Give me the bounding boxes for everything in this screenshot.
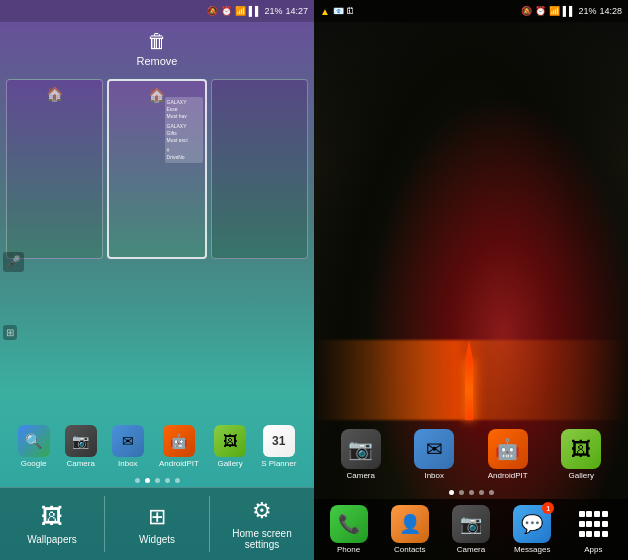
inbox-label: Inbox [118,459,138,468]
messages-badge: 1 [542,502,554,514]
google-icon: 🔍 [18,425,50,457]
apps-icon [574,505,612,543]
home-screen-thumb-1[interactable]: 🏠 [6,79,103,259]
right-alarm-icon: ⏰ [535,6,546,16]
remove-label: Remove [137,55,178,67]
battery-text: 21% [264,6,282,16]
splanner-label: S Planner [261,459,296,468]
right-signal-icons: 📧 🗓 [333,6,356,16]
home-screen-settings-label: Home screen settings [214,528,310,550]
dot-1[interactable] [135,478,140,483]
thumb-widget-area: GALAXYEsseMust hav GALAXYGiftsMust exci … [165,97,203,163]
left-app-androidpit[interactable]: 🤖 AndroidPIT [159,425,199,468]
dot-3[interactable] [155,478,160,483]
right-mute-icon: 🔕 [521,6,532,16]
dock-camera[interactable]: 📷 Camera [452,505,490,554]
right-app-gallery[interactable]: 🖼 Gallery [561,429,601,480]
left-app-icons: 🔍 Google 📷 Camera ✉ Inbox 🤖 AndroidPIT 🖼… [0,419,314,474]
right-app-androidpit[interactable]: 🤖 AndroidPIT [488,429,528,480]
left-app-splanner[interactable]: 31 S Planner [261,425,296,468]
contacts-label: Contacts [394,545,426,554]
dock-camera-icon: 📷 [452,505,490,543]
phone-icon: 📞 [330,505,368,543]
right-dot-3[interactable] [469,490,474,495]
splanner-icon: 31 [263,425,295,457]
right-battery: 21% [578,6,596,16]
androidpit-icon: 🤖 [163,425,195,457]
phone-label: Phone [337,545,360,554]
contacts-icon: 👤 [391,505,429,543]
right-dot-4[interactable] [479,490,484,495]
right-bottom-dock: 📞 Phone 👤 Contacts 📷 Camera 💬 1 Messages [314,499,628,560]
remove-bar: 🗑 Remove [0,22,314,75]
dock-camera-label: Camera [457,545,485,554]
right-wifi-icon: 📶 [549,6,560,16]
right-dot-5[interactable] [489,490,494,495]
camera-label: Camera [66,459,94,468]
mute-icon: 🔕 [207,6,218,16]
home-screen-settings-button[interactable]: ⚙ Home screen settings [210,488,314,560]
left-page-dots [0,474,314,487]
right-panel: ▲ 📧 🗓 🔕 ⏰ 📶 ▌▌ 21% 14:28 📷 Camera ✉ Inbo… [314,0,628,560]
alarm-icon: ⏰ [221,6,232,16]
widgets-label: Widgets [139,534,175,545]
left-app-inbox[interactable]: ✉ Inbox [112,425,144,468]
right-page-dots [314,486,628,499]
home-screens-container: 🏠 🏠 GALAXYEsseMust hav GALAXYGiftsMust e… [0,75,314,419]
right-camera-label: Camera [347,471,375,480]
home-screen-thumb-2[interactable]: 🏠 GALAXYEsseMust hav GALAXYGiftsMust exc… [107,79,206,259]
wallpapers-button[interactable]: 🖼 Wallpapers [0,488,104,560]
thumb-widget-text-1: GALAXYEsseMust hav [167,99,201,120]
right-app-camera[interactable]: 📷 Camera [341,429,381,480]
left-app-camera[interactable]: 📷 Camera [65,425,97,468]
left-side-mic-icon: 🎤 [3,252,24,272]
left-app-google[interactable]: 🔍 Google [18,425,50,468]
left-panel: 🔕 ⏰ 📶 ▌▌ 21% 14:27 🗑 Remove 🏠 🏠 GALAXYEs… [0,0,314,560]
right-androidpit-label: AndroidPIT [488,471,528,480]
status-left: ▲ 📧 🗓 [320,6,355,17]
wallpapers-icon: 🖼 [41,504,63,530]
home-screen-thumb-3[interactable] [211,79,308,259]
widgets-icon: ⊞ [148,504,166,530]
alert-icon: ▲ [320,6,330,17]
dot-2[interactable] [145,478,150,483]
gallery-icon: 🖼 [214,425,246,457]
right-inbox-label: Inbox [424,471,444,480]
gallery-label: Gallery [217,459,242,468]
right-camera-icon: 📷 [341,429,381,469]
left-app-gallery[interactable]: 🖼 Gallery [214,425,246,468]
right-gallery-icon: 🖼 [561,429,601,469]
wallpapers-label: Wallpapers [27,534,77,545]
dock-messages[interactable]: 💬 1 Messages [513,505,551,554]
trash-icon: 🗑 [147,30,167,53]
messages-label: Messages [514,545,550,554]
dock-apps[interactable]: Apps [574,505,612,554]
thumb-widget-text-2: GALAXYGiftsMust exci [167,123,201,144]
right-androidpit-icon: 🤖 [488,429,528,469]
right-app-icons: 📷 Camera ✉ Inbox 🤖 AndroidPIT 🖼 Gallery [314,423,628,486]
dock-contacts[interactable]: 👤 Contacts [391,505,429,554]
right-status-bar: ▲ 📧 🗓 🔕 ⏰ 📶 ▌▌ 21% 14:28 [314,0,628,22]
right-time: 14:28 [599,6,622,16]
time-left: 14:27 [285,6,308,16]
right-dot-1[interactable] [449,490,454,495]
left-bottom-toolbar: 🖼 Wallpapers ⊞ Widgets ⚙ Home screen set… [0,487,314,560]
wifi-icon: 📶 [235,6,246,16]
left-status-bar: 🔕 ⏰ 📶 ▌▌ 21% 14:27 [0,0,314,22]
thumb-widget-text-3: #DriveNo [167,147,201,161]
inbox-icon: ✉ [112,425,144,457]
androidpit-label: AndroidPIT [159,459,199,468]
right-signal-icon: ▌▌ [563,6,576,16]
widgets-button[interactable]: ⊞ Widgets [105,488,209,560]
right-app-inbox[interactable]: ✉ Inbox [414,429,454,480]
settings-icon: ⚙ [252,498,272,524]
right-content: 📷 Camera ✉ Inbox 🤖 AndroidPIT 🖼 Gallery [314,22,628,560]
right-gallery-label: Gallery [569,471,594,480]
thumb-home-icon-2: 🏠 [148,87,165,103]
dot-4[interactable] [165,478,170,483]
dock-phone[interactable]: 📞 Phone [330,505,368,554]
status-right: 🔕 ⏰ 📶 ▌▌ 21% 14:28 [521,6,622,16]
camera-icon: 📷 [65,425,97,457]
right-dot-2[interactable] [459,490,464,495]
dot-5[interactable] [175,478,180,483]
